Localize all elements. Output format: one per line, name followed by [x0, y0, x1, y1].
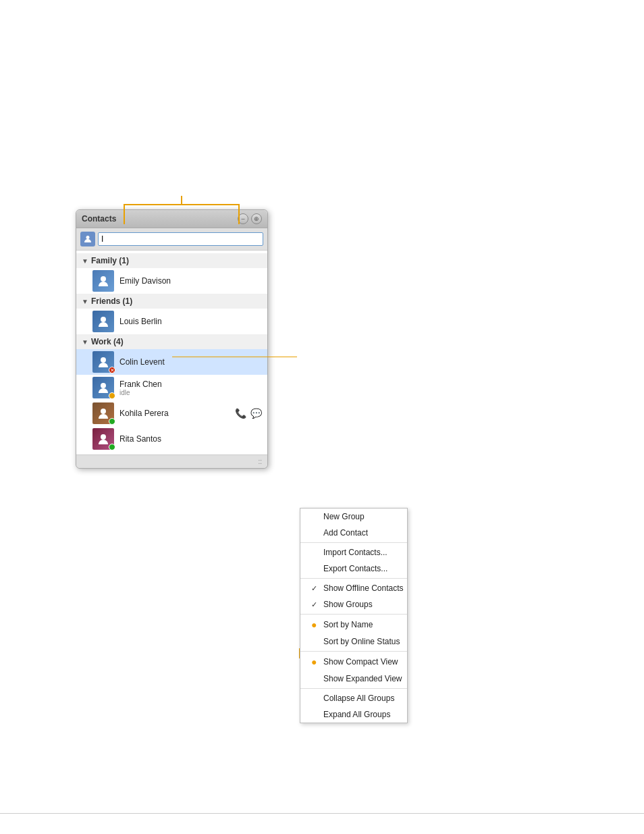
- status-indicator: [109, 392, 115, 399]
- check-icon: ✓: [311, 600, 319, 609]
- menu-item-show-groups[interactable]: ✓ Show Groups: [300, 596, 407, 613]
- menu-label: Show Groups: [323, 600, 373, 609]
- annotation-line-right: [238, 204, 240, 224]
- menu-label: Add Contact: [323, 528, 368, 538]
- menu-item-sort-name[interactable]: ● Sort by Name: [300, 616, 407, 633]
- status-indicator: ✕: [109, 367, 115, 373]
- svg-point-3: [101, 357, 106, 363]
- annotation-line-contact: [172, 357, 297, 357]
- bottom-divider: [0, 813, 644, 814]
- resize-handle[interactable]: ::: [258, 458, 262, 465]
- svg-point-2: [101, 317, 106, 322]
- avatar: [92, 428, 114, 450]
- menu-label: Show Offline Contacts: [323, 583, 404, 593]
- menu-separator: [300, 688, 407, 689]
- contact-info: Frank Chen idle: [119, 380, 262, 396]
- menu-item-collapse-groups[interactable]: Collapse All Groups: [300, 690, 407, 706]
- check-icon: ✓: [311, 584, 319, 593]
- avatar: [92, 402, 114, 424]
- contact-name: Louis Berlin: [119, 317, 262, 326]
- contact-name: Frank Chen: [119, 380, 262, 389]
- titlebar-buttons: – ⊕: [238, 213, 262, 224]
- work-arrow: ▼: [82, 338, 88, 346]
- friends-arrow: ▼: [82, 298, 88, 305]
- contacts-list: ▼ Family (1) Emily Davison ▼ Friends (1): [76, 251, 267, 454]
- svg-point-6: [101, 434, 106, 440]
- window-title: Contacts: [82, 214, 116, 224]
- contact-status: idle: [119, 389, 262, 396]
- menu-separator: [300, 578, 407, 579]
- menu-item-expand-groups[interactable]: Expand All Groups: [300, 706, 407, 723]
- menu-label: Collapse All Groups: [323, 694, 394, 703]
- contact-info: Emily Davison: [119, 276, 262, 286]
- menu-item-show-offline[interactable]: ✓ Show Offline Contacts: [300, 580, 407, 596]
- person-icon: [80, 232, 95, 246]
- svg-point-0: [86, 236, 90, 239]
- group-family[interactable]: ▼ Family (1): [76, 253, 267, 268]
- contact-actions: 📞 💬: [235, 408, 262, 419]
- contact-name: Kohila Perera: [119, 409, 230, 418]
- status-indicator: [109, 418, 115, 425]
- annotation-line-top: [124, 204, 238, 205]
- menu-item-expanded-view[interactable]: Show Expanded View: [300, 671, 407, 687]
- list-item[interactable]: Emily Davison: [76, 268, 267, 294]
- search-input[interactable]: [98, 232, 263, 246]
- contact-info: Colin Levent: [119, 357, 262, 367]
- list-item[interactable]: Rita Santos: [76, 426, 267, 452]
- menu-separator: [300, 542, 407, 543]
- contact-info: Rita Santos: [119, 434, 262, 444]
- search-bar: [76, 228, 267, 251]
- menu-item-compact-view[interactable]: ● Show Compact View: [300, 653, 407, 671]
- menu-separator: [300, 651, 407, 652]
- contact-name: Rita Santos: [119, 434, 262, 444]
- group-friends[interactable]: ▼ Friends (1): [76, 294, 267, 309]
- menu-label: Export Contacts...: [323, 564, 387, 573]
- annotation-line-search: [181, 196, 182, 204]
- menu-label: Sort by Online Status: [323, 637, 400, 646]
- avatar: ✕: [92, 351, 114, 373]
- contact-info: Kohila Perera: [119, 409, 230, 418]
- group-work[interactable]: ▼ Work (4): [76, 334, 267, 349]
- friends-label: Friends (1): [91, 296, 132, 306]
- list-item[interactable]: ✕ Colin Levent: [76, 349, 267, 375]
- family-label: Family (1): [91, 256, 129, 265]
- svg-point-1: [101, 276, 106, 282]
- list-item[interactable]: Frank Chen idle: [76, 375, 267, 400]
- bullet-icon: ●: [311, 656, 319, 667]
- menu-label: Import Contacts...: [323, 548, 387, 557]
- contacts-window: Contacts – ⊕ ▼ Family (1): [76, 209, 268, 469]
- menu-item-add-contact[interactable]: Add Contact: [300, 525, 407, 541]
- family-arrow: ▼: [82, 257, 88, 265]
- list-item[interactable]: Kohila Perera 📞 💬: [76, 400, 267, 426]
- avatar: [92, 270, 114, 292]
- list-item[interactable]: Louis Berlin: [76, 309, 267, 334]
- menu-item-export-contacts[interactable]: Export Contacts...: [300, 561, 407, 577]
- menu-label: Show Expanded View: [323, 674, 402, 683]
- menu-label: Expand All Groups: [323, 710, 390, 719]
- menu-label: Sort by Name: [323, 620, 373, 629]
- work-label: Work (4): [91, 337, 124, 346]
- chat-icon[interactable]: 💬: [250, 408, 262, 419]
- menu-separator: [300, 614, 407, 615]
- contact-name: Emily Davison: [119, 276, 262, 286]
- contact-name: Colin Levent: [119, 357, 262, 367]
- menu-item-new-group[interactable]: New Group: [300, 509, 407, 525]
- contacts-footer: ::: [76, 454, 267, 468]
- avatar: [92, 377, 114, 398]
- avatar: [92, 311, 114, 332]
- svg-point-5: [101, 409, 106, 414]
- maximize-button[interactable]: ⊕: [251, 213, 262, 224]
- bullet-icon: ●: [311, 619, 319, 630]
- menu-label: New Group: [323, 512, 365, 521]
- status-indicator: [109, 444, 115, 450]
- menu-item-import-contacts[interactable]: Import Contacts...: [300, 544, 407, 561]
- context-menu: New Group Add Contact Import Contacts...…: [300, 508, 408, 723]
- contact-info: Louis Berlin: [119, 317, 262, 326]
- call-icon[interactable]: 📞: [235, 408, 246, 419]
- annotation-line-left: [124, 204, 125, 224]
- menu-label: Show Compact View: [323, 657, 398, 667]
- svg-point-4: [101, 383, 106, 388]
- menu-item-sort-status[interactable]: Sort by Online Status: [300, 633, 407, 650]
